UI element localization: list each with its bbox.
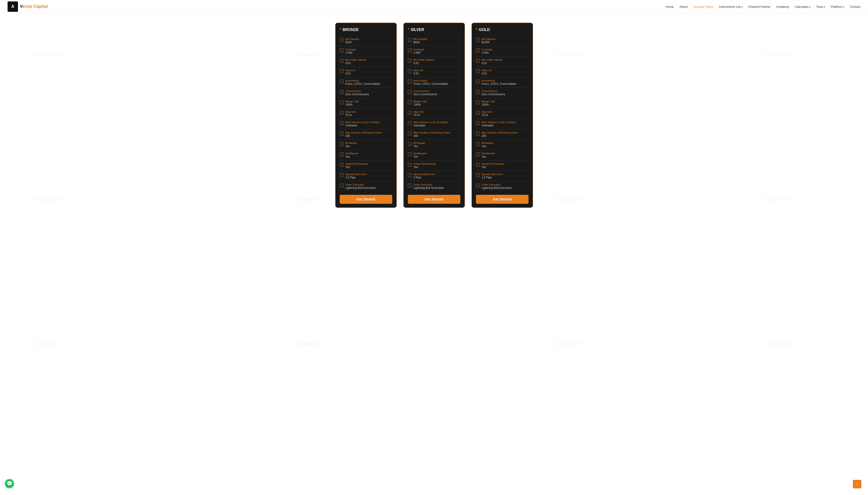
check-icon-gold-14	[476, 184, 480, 187]
card-row-silver-14: Order ExecutionLightning Bolt Execution	[408, 181, 461, 191]
check-icon-silver-6	[408, 101, 412, 104]
card-row-bronze-11: EA AllowedYes	[340, 150, 392, 160]
row-value-bronze-5: Zero Commissions	[346, 93, 369, 96]
check-icon-bronze-2	[340, 59, 344, 63]
card-row-silver-10: IB RebateYes	[408, 140, 461, 150]
whatsapp-button[interactable]: 💬	[5, 479, 14, 489]
card-row-bronze-12: Swap Free AccountYes	[340, 160, 392, 171]
check-icon-bronze-3	[340, 69, 344, 73]
check-icon-bronze-6	[340, 101, 344, 104]
row-value-bronze-6: 100%	[346, 103, 358, 106]
card-row-gold-5: CommissionsZero Commissions	[476, 88, 529, 98]
check-icon-silver-8	[408, 121, 412, 125]
row-value-bronze-3: 0.01	[346, 72, 355, 75]
row-value-gold-6: 100%	[482, 103, 495, 106]
nav-contact[interactable]: Contact	[850, 5, 861, 8]
row-label-gold-2: Min Order Volume	[482, 58, 503, 61]
card-row-silver-7: Stop Out70 %	[408, 108, 461, 119]
row-label-bronze-13: Spread starts from	[346, 173, 367, 176]
row-value-silver-0: $500	[414, 41, 427, 44]
nav-academy[interactable]: Academy	[776, 5, 789, 8]
scroll-top-button[interactable]: ↑	[853, 480, 862, 489]
check-icon-silver-3	[408, 69, 412, 73]
nav-channel-partner[interactable]: Channel Partner	[748, 5, 771, 8]
check-icon-gold-11	[476, 152, 480, 156]
card-row-gold-4: InstrumentsForex, CFD's, Commodities	[476, 77, 529, 88]
check-icon-silver-7	[408, 111, 412, 115]
row-label-silver-4: Instruments	[414, 79, 448, 82]
check-icon-silver-14	[408, 184, 412, 187]
card-row-gold-3: Step Lot0.01	[476, 67, 529, 77]
card-row-bronze-1: Leverage1:500	[340, 46, 392, 56]
nav-home[interactable]: Home	[666, 5, 674, 8]
card-row-silver-8: Max Volume in Lots of OrdersUnlimited	[408, 119, 461, 129]
check-icon-silver-4	[408, 80, 412, 83]
check-icon-gold-7	[476, 111, 480, 115]
check-icon-bronze-13	[340, 173, 344, 177]
row-value-silver-6: 100%	[414, 103, 427, 106]
row-label-silver-8: Max Volume in Lots of Orders	[414, 121, 448, 124]
check-icon-gold-0	[476, 38, 480, 42]
row-value-silver-13: 2 Pips	[414, 176, 435, 179]
check-icon-silver-12	[408, 163, 412, 167]
check-icon-bronze-9	[340, 132, 344, 135]
check-icon-bronze-12	[340, 163, 344, 167]
check-icon-bronze-1	[340, 49, 344, 52]
row-label-gold-8: Max Volume in Lots of Orders	[482, 121, 516, 124]
check-icon-bronze-4	[340, 80, 344, 83]
check-icon-silver-0	[408, 38, 412, 42]
row-label-gold-5: Commissions	[482, 90, 505, 92]
card-row-gold-10: IB RebateYes	[476, 140, 529, 150]
card-row-silver-1: Leverage1:500	[408, 46, 461, 56]
check-icon-silver-5	[408, 90, 412, 94]
check-icon-gold-2	[476, 59, 480, 63]
row-value-gold-14: Lightning Bolt Execution	[482, 186, 512, 190]
nav-calculator[interactable]: Calculator	[795, 5, 811, 8]
row-label-bronze-7: Stop Out	[346, 110, 355, 113]
card-title-silver: * SILVER	[408, 28, 461, 32]
row-label-bronze-12: Swap Free Account	[346, 163, 368, 165]
nav-links: Home About Account Types Instruments Lis…	[666, 4, 861, 9]
nav-about[interactable]: About	[680, 5, 687, 8]
row-label-gold-0: Min Deposit	[482, 38, 495, 40]
row-label-silver-12: Swap Free Account	[414, 163, 436, 165]
check-icon-silver-11	[408, 152, 412, 156]
row-value-gold-3: 0.01	[482, 72, 491, 75]
check-icon-gold-5	[476, 90, 480, 94]
row-label-bronze-1: Leverage	[346, 48, 356, 51]
nav-tools[interactable]: Tools	[816, 5, 825, 8]
check-icon-gold-3	[476, 69, 480, 73]
get-started-btn-bronze[interactable]: Get Started	[340, 195, 392, 204]
nav-platform[interactable]: Platform	[831, 5, 844, 8]
check-icon-silver-9	[408, 132, 412, 135]
check-icon-gold-13	[476, 173, 480, 177]
card-row-silver-5: CommissionsZero Commissions	[408, 88, 461, 98]
card-row-silver-3: Step Lot0.01	[408, 67, 461, 77]
row-value-bronze-2: 0.01	[346, 62, 366, 65]
check-icon-bronze-0	[340, 38, 344, 42]
card-row-silver-4: InstrumentsForex, CFD's, Commodities	[408, 77, 461, 88]
check-icon-bronze-8	[340, 121, 344, 125]
check-icon-gold-8	[476, 121, 480, 125]
card-row-bronze-14: Order ExecutionLightning Bolt Execution	[340, 181, 392, 191]
check-icon-gold-4	[476, 80, 480, 83]
nav-account-types[interactable]: Account Types	[693, 5, 713, 8]
row-label-bronze-10: IB Rebate	[346, 141, 357, 144]
card-row-gold-9: Max Number of Pending Orders300	[476, 129, 529, 140]
row-value-bronze-11: Yes	[346, 155, 358, 158]
row-label-bronze-8: Max Volume in Lots of Orders	[346, 121, 380, 124]
check-icon-gold-1	[476, 49, 480, 52]
get-started-btn-gold[interactable]: Get Started	[476, 195, 529, 204]
logo: A Venus Capital	[7, 1, 48, 12]
row-label-gold-1: Leverage	[482, 48, 493, 51]
row-label-bronze-0: Min Deposit	[346, 38, 359, 40]
brand-name: Venus Capital	[20, 4, 48, 9]
row-label-bronze-3: Step Lot	[346, 69, 355, 72]
nav-instruments[interactable]: Instruments List	[719, 5, 742, 8]
navbar: A Venus Capital Home About Account Types…	[0, 0, 868, 13]
row-label-silver-6: Margin Call	[414, 100, 427, 103]
get-started-btn-silver[interactable]: Get Started	[408, 195, 461, 204]
row-label-silver-11: EA Allowed	[414, 152, 427, 155]
card-row-silver-2: Min Order Volume0.01	[408, 56, 461, 67]
row-label-gold-13: Spread starts from	[482, 173, 503, 176]
